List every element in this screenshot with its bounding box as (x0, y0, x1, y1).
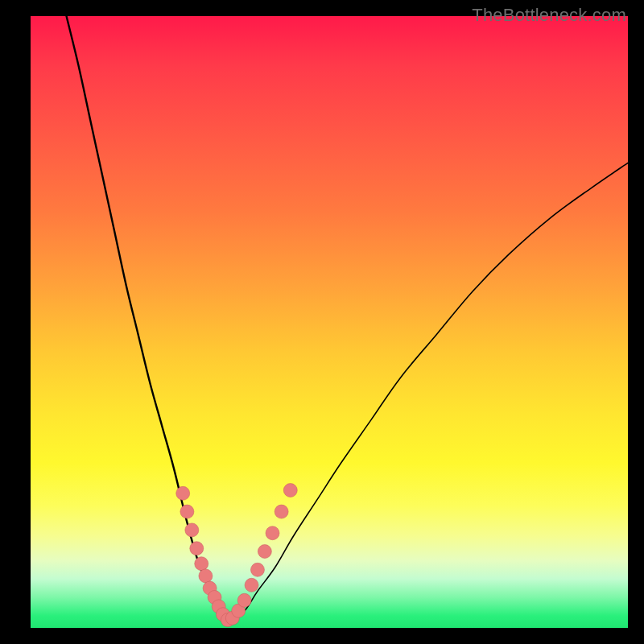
chart-frame: TheBottleneck.com (0, 0, 644, 644)
watermark-text: TheBottleneck.com (472, 5, 626, 26)
plot-area (31, 16, 628, 628)
